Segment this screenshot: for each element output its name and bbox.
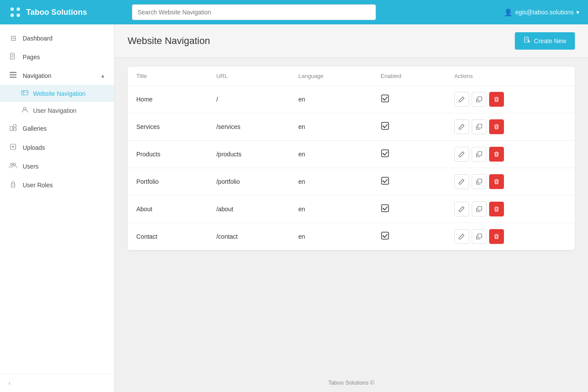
- action-buttons: [454, 119, 566, 134]
- brand-name: Taboo Solutions: [26, 8, 87, 17]
- cell-url: /portfolio: [208, 168, 290, 196]
- copy-button[interactable]: [472, 119, 487, 134]
- svg-point-21: [11, 163, 13, 166]
- collapse-icon: ‹: [9, 380, 10, 386]
- table-row: Contact /contact en: [128, 223, 575, 250]
- cell-actions: [446, 196, 575, 223]
- action-buttons: [454, 92, 566, 107]
- table-row: Portfolio /portfolio en: [128, 168, 575, 196]
- action-buttons: [454, 147, 566, 162]
- navigation-table: Title URL Language Enabled Actions Home …: [128, 67, 575, 250]
- search-input[interactable]: [132, 4, 376, 20]
- brand-logo: Taboo Solutions: [9, 6, 123, 19]
- sidebar-item-users[interactable]: Users: [0, 157, 114, 176]
- uploads-icon: [9, 143, 17, 152]
- delete-button[interactable]: [489, 229, 504, 244]
- svg-rect-37: [478, 179, 482, 183]
- cell-language: en: [290, 168, 372, 196]
- cell-url: /contact: [208, 223, 290, 250]
- create-new-button[interactable]: Create New: [515, 32, 575, 50]
- delete-button[interactable]: [489, 147, 504, 162]
- cell-enabled: [372, 223, 446, 250]
- sidebar-item-galleries[interactable]: Galleries: [0, 119, 114, 138]
- create-new-label: Create New: [534, 37, 566, 44]
- user-icon: 👤: [504, 8, 513, 17]
- sidebar-item-user-navigation[interactable]: User Navigation: [0, 102, 114, 119]
- sidebar-item-label: User Roles: [23, 182, 53, 189]
- edit-button[interactable]: [454, 119, 469, 134]
- edit-button[interactable]: [454, 174, 469, 189]
- svg-point-0: [10, 7, 14, 11]
- cell-title: Services: [128, 113, 208, 141]
- main-body: Title URL Language Enabled Actions Home …: [115, 58, 588, 373]
- footer-text: Taboo Solutions ©: [328, 379, 375, 386]
- svg-point-1: [17, 7, 20, 11]
- user-nav-icon: [21, 106, 29, 115]
- cell-enabled: [372, 113, 446, 141]
- sidebar-collapse-btn[interactable]: ‹: [0, 373, 114, 392]
- sidebar-item-website-navigation[interactable]: Website Navigation: [0, 85, 114, 102]
- svg-rect-17: [14, 128, 16, 131]
- svg-rect-41: [478, 234, 482, 238]
- svg-rect-9: [10, 74, 17, 76]
- cell-language: en: [290, 196, 372, 223]
- user-menu[interactable]: 👤 egis@taboo.solutions ▾: [504, 8, 579, 17]
- table-row: About /about en: [128, 196, 575, 223]
- users-icon: [9, 162, 17, 170]
- svg-rect-15: [10, 126, 13, 131]
- delete-button[interactable]: [489, 174, 504, 189]
- edit-button[interactable]: [454, 92, 469, 107]
- main-header: Website Navigation Create New: [115, 24, 588, 58]
- svg-rect-35: [478, 152, 482, 155]
- svg-point-3: [17, 14, 20, 17]
- delete-button[interactable]: [489, 202, 504, 216]
- cell-url: /about: [208, 196, 290, 223]
- sidebar-item-label: Users: [23, 163, 39, 170]
- sidebar-item-label: Pages: [23, 54, 40, 61]
- sidebar-item-label: Galleries: [23, 125, 47, 132]
- copy-button[interactable]: [472, 202, 487, 216]
- col-enabled: Enabled: [372, 67, 446, 86]
- cell-language: en: [290, 223, 372, 250]
- delete-button[interactable]: [489, 92, 504, 107]
- cell-url: /services: [208, 113, 290, 141]
- cell-language: en: [290, 141, 372, 168]
- copy-button[interactable]: [472, 147, 487, 162]
- copy-button[interactable]: [472, 229, 487, 244]
- cell-enabled: [372, 86, 446, 113]
- sidebar: ⊟ Dashboard Pages Navigation ▲: [0, 24, 115, 392]
- svg-rect-10: [10, 77, 17, 78]
- sidebar-item-user-roles[interactable]: User Roles: [0, 176, 114, 195]
- svg-point-24: [13, 185, 14, 186]
- svg-rect-25: [524, 37, 528, 42]
- svg-rect-33: [478, 124, 482, 128]
- edit-button[interactable]: [454, 229, 469, 244]
- action-buttons: [454, 202, 566, 216]
- topbar: Taboo Solutions 👤 egis@taboo.solutions ▾: [0, 0, 588, 24]
- svg-rect-11: [22, 91, 28, 95]
- cell-title: Home: [128, 86, 208, 113]
- col-url: URL: [208, 67, 290, 86]
- copy-button[interactable]: [472, 174, 487, 189]
- cell-enabled: [372, 196, 446, 223]
- copy-button[interactable]: [472, 92, 487, 107]
- table-header: Title URL Language Enabled Actions: [128, 67, 575, 86]
- edit-button[interactable]: [454, 202, 469, 216]
- sidebar-item-dashboard[interactable]: ⊟ Dashboard: [0, 29, 114, 47]
- cell-actions: [446, 141, 575, 168]
- sidebar-item-uploads[interactable]: Uploads: [0, 138, 114, 157]
- cell-url: /products: [208, 141, 290, 168]
- page-title: Website Navigation: [128, 35, 210, 47]
- sidebar-item-pages[interactable]: Pages: [0, 47, 114, 67]
- svg-rect-16: [14, 125, 16, 127]
- sidebar-sub-item-label: User Navigation: [33, 107, 77, 114]
- sidebar-item-label: Dashboard: [23, 35, 53, 42]
- sidebar-section-navigation[interactable]: Navigation ▲: [0, 67, 114, 85]
- dashboard-icon: ⊟: [9, 34, 17, 42]
- delete-button[interactable]: [489, 119, 504, 134]
- svg-point-2: [10, 14, 14, 17]
- edit-button[interactable]: [454, 147, 469, 162]
- layout: ⊟ Dashboard Pages Navigation ▲: [0, 24, 588, 392]
- cell-title: About: [128, 196, 208, 223]
- svg-point-14: [24, 107, 26, 110]
